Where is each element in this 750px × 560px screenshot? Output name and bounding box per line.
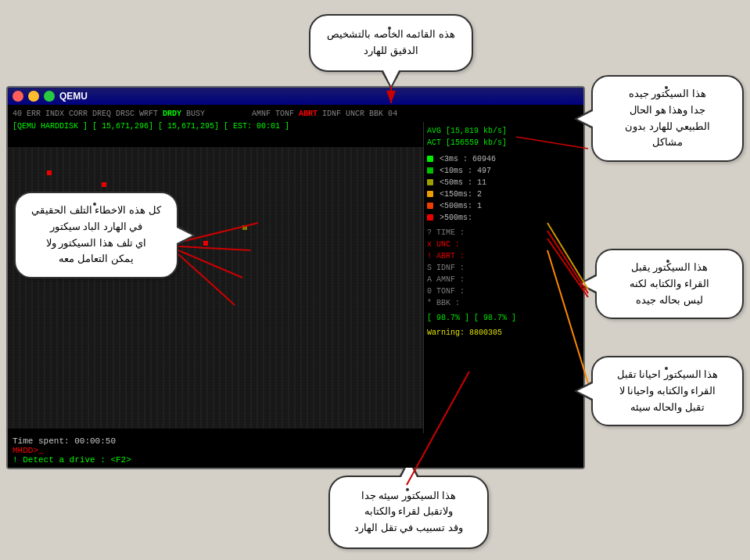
bubble-right-lower: هذا السيكتور احيانا تقبل القراء والكتابه… [591,356,744,426]
status-row1: 40 ERR INDX CORR DREQ DRSC WRFT DRDY BUS… [13,108,579,120]
terminal-body: 40 ERR INDX CORR DREQ DRSC WRFT DRDY BUS… [8,105,583,468]
bar-150ms: <150ms: 2 [427,188,580,200]
act-line: ACT [156559 kb/s] [427,137,580,149]
tonf-line: 0 TONF : [427,285,580,297]
bubble-mid-left-text: كل هذه الاخطاء التلف الحقيقي في الهارد ا… [27,203,166,267]
title-bar: QEMU [8,88,583,105]
prompt: MHDD>_ [13,446,579,455]
minimize-button[interactable] [28,91,39,102]
percent-line: [ 98.7% ] [ 98.7% ] [427,312,580,324]
bubble-top-center: هذه القائمه الخاصه بالتشخيص الدقيق للهار… [309,14,473,72]
bubble-bottom-center-text: هذا السيكتور سيئه جدا ولاتقبل لقراء والك… [343,488,475,537]
bubble-right-lower-text: هذا السيكتور احيانا تقبل القراء والكتابه… [604,367,731,415]
time-spent: Time spent: 00:00:50 [13,436,579,446]
idnf-line: S IDNF : [427,262,580,274]
close-button[interactable] [13,91,23,102]
amnf-line: A AMNF : [427,274,580,285]
window-title: QEMU [59,91,579,102]
bar-3ms: <3ms : 60946 [427,153,580,165]
bubble-bottom-center: هذا السيكتور سيئه جدا ولاتقبل لقراء والك… [328,476,489,549]
time-line: ? TIME : [427,227,580,239]
maximize-button[interactable] [44,91,55,102]
bubble-top-right: هذا السيكتور جيده جدا وهذا هو الحال الطب… [591,75,744,162]
bubble-top-center-text: هذه القائمه الخاصه بالتشخيص الدقيق للهار… [323,27,459,59]
bubble-top-right-text: هذا السيكتور جيده جدا وهذا هو الحال الطب… [604,86,731,151]
bar-10ms: <10ms : 497 [427,165,580,177]
detect-drive: ! Detect a drive : <F2> [13,455,579,465]
unc-line: x UNC : [427,239,580,250]
bar-500ms: <500ms: 1 [427,200,580,212]
status-row2: [QEMU HARDDISK ] [ 15,671,296] [ 15,671,… [13,120,579,133]
warning-line: Warning: 8800305 [427,327,580,339]
bar-500ms-plus: >500ms: [427,212,580,224]
bubble-right-mid-text: هذا السيكتور يقبل القراء والكتابه لكنه ل… [608,260,731,308]
bottom-panel: Time spent: 00:00:50 MHDD>_ ! Detect a d… [8,433,583,468]
bubble-right-mid: هذا السيكتور يقبل القراء والكتابه لكنه ل… [595,249,744,319]
bubble-mid-left: كل هذه الاخطاء التلف الحقيقي في الهارد ا… [14,192,178,278]
bbk-line: * BBK : [427,297,580,309]
scan-area [8,147,426,429]
abrt-line: ! ABRT : [427,250,580,262]
stats-panel: AVG [15,819 kb/s] ACT [156559 kb/s] <3ms… [423,122,583,468]
bar-50ms: <50ms : 11 [427,177,580,188]
